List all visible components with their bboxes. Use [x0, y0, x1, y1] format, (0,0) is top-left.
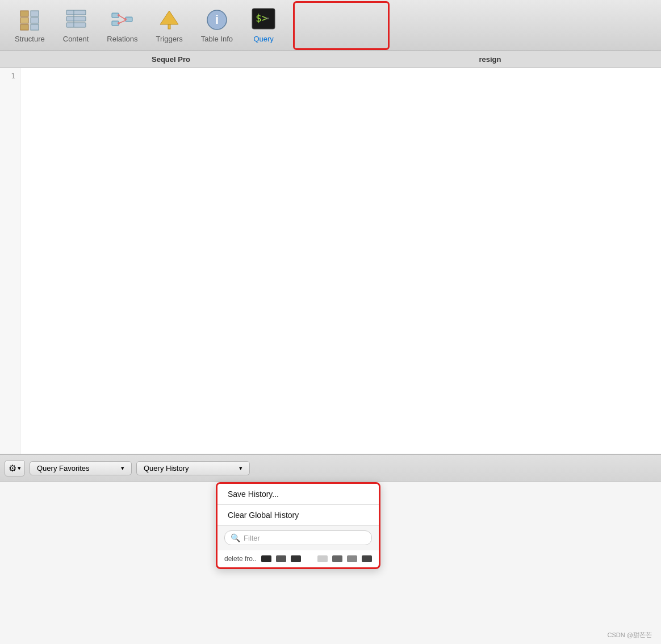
query-history-dropdown: Save History... Clear Global History 🔍 F…: [216, 482, 380, 569]
window-right-title: resign: [330, 55, 650, 64]
svg-rect-0: [20, 11, 28, 16]
query-highlight-box: [293, 1, 390, 50]
svg-rect-19: [168, 24, 170, 29]
svg-marker-18: [160, 11, 178, 24]
query-history-button[interactable]: Query History ▾: [136, 461, 250, 475]
query-favorites-button[interactable]: Query Favorites ▾: [30, 461, 132, 475]
toolbar-item-relations[interactable]: Relations: [98, 3, 147, 48]
tableinfo-icon: i: [204, 7, 229, 32]
query-icon: $>: [251, 7, 276, 32]
svg-rect-1: [20, 18, 28, 23]
svg-point-15: [118, 14, 120, 16]
watermark: CSDN @甜芒芒: [608, 631, 652, 639]
query-label: Query: [253, 35, 273, 43]
svg-rect-3: [31, 11, 39, 16]
history-item-row[interactable]: delete fro..: [217, 550, 379, 567]
color-block-3: [291, 555, 301, 562]
svg-rect-4: [31, 18, 39, 23]
query-favorites-label: Query Favorites: [37, 464, 89, 472]
clear-history-item[interactable]: Clear Global History: [217, 505, 379, 525]
color-block-1: [261, 555, 271, 562]
history-item-text: delete fro..: [224, 555, 257, 563]
content-icon: [64, 7, 89, 32]
structure-icon: [17, 7, 42, 32]
svg-rect-2: [20, 24, 28, 30]
svg-rect-8: [66, 23, 86, 27]
gear-chevron-icon: ▾: [18, 465, 21, 472]
color-block-6: [347, 555, 357, 562]
color-block-5: [332, 555, 342, 562]
window-left-title: Sequel Pro: [11, 55, 330, 64]
window-bar: Sequel Pro resign: [0, 51, 661, 68]
filter-input-container[interactable]: 🔍 Filter: [224, 530, 372, 545]
editor-area: 1: [0, 68, 661, 454]
toolbar-item-query[interactable]: $> Query: [242, 3, 285, 48]
triggers-icon: [157, 7, 182, 32]
bottom-toolbar: ⚙ ▾ Query Favorites ▾ Query History ▾ Sa…: [0, 454, 661, 482]
gear-button[interactable]: ⚙ ▾: [5, 460, 25, 476]
color-block-4: [317, 555, 328, 562]
relations-icon: [110, 7, 135, 32]
query-history-label: Query History: [144, 464, 189, 472]
gear-icon: ⚙: [9, 463, 16, 474]
color-block-7: [362, 555, 372, 562]
relations-label: Relations: [107, 35, 137, 43]
filter-placeholder: Filter: [244, 534, 260, 542]
svg-rect-6: [66, 10, 86, 15]
svg-text:i: i: [215, 12, 219, 27]
toolbar-item-triggers[interactable]: Triggers: [147, 3, 192, 48]
svg-line-13: [119, 15, 125, 19]
editor-content[interactable]: [20, 68, 661, 454]
query-favorites-chevron-icon: ▾: [121, 465, 124, 472]
toolbar: Structure Content: [0, 0, 661, 51]
query-history-chevron-icon: ▾: [239, 465, 242, 472]
content-label: Content: [63, 35, 89, 43]
color-block-2: [276, 555, 286, 562]
svg-rect-5: [31, 24, 39, 30]
svg-rect-24: [265, 18, 269, 19]
svg-rect-7: [66, 16, 86, 21]
save-history-item[interactable]: Save History...: [217, 484, 379, 504]
line-numbers: 1: [0, 68, 20, 454]
structure-label: Structure: [15, 35, 45, 43]
toolbar-item-tableinfo[interactable]: i Table Info: [192, 3, 242, 48]
svg-point-17: [124, 18, 127, 20]
toolbar-item-content[interactable]: Content: [54, 3, 98, 48]
search-icon: 🔍: [231, 533, 240, 542]
tableinfo-label: Table Info: [201, 35, 233, 43]
svg-point-16: [118, 22, 120, 24]
filter-row: 🔍 Filter: [217, 525, 379, 550]
triggers-label: Triggers: [156, 35, 183, 43]
toolbar-item-structure[interactable]: Structure: [6, 3, 54, 48]
line-number-1: 1: [0, 72, 15, 80]
